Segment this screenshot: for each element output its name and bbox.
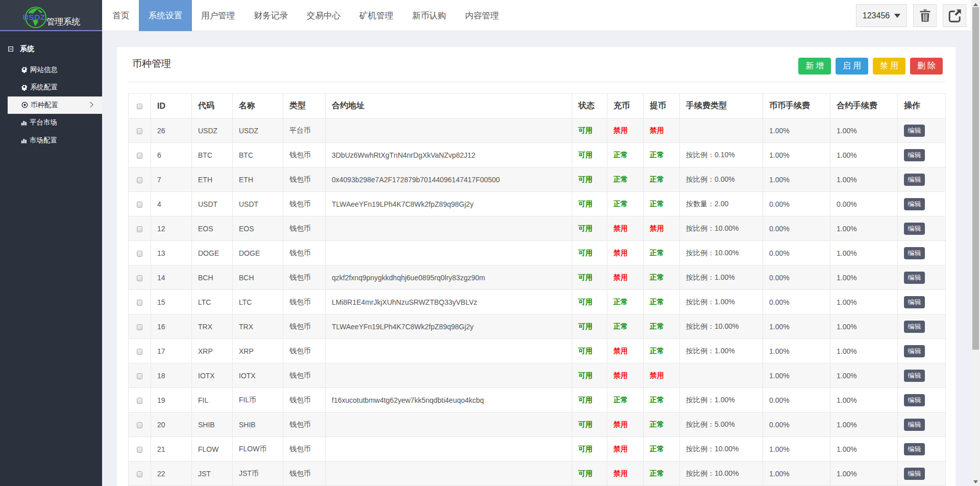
svg-text:USDZ: USDZ (23, 13, 46, 21)
